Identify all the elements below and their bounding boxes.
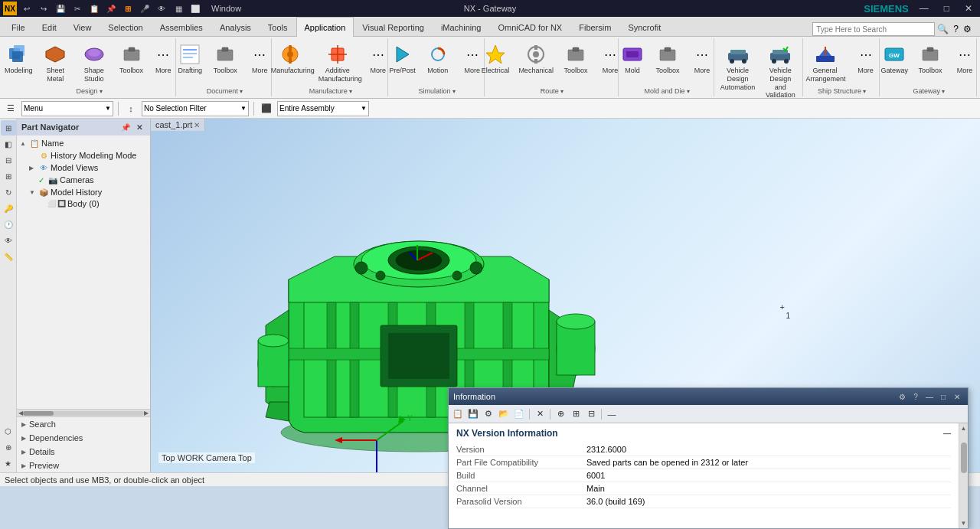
info-tool-open[interactable]: 📂 <box>497 407 511 421</box>
info-tool-save[interactable]: 💾 <box>466 407 480 421</box>
ribbon-btn-mold[interactable]: Mold <box>616 40 649 77</box>
menu-dropdown[interactable]: Menu ▼ <box>21 101 113 116</box>
ribbon-group-ship-label[interactable]: Ship Structure ▾ <box>818 87 866 95</box>
sidebar-icon-snap[interactable]: ⊕ <box>1 439 16 455</box>
nav-scroll-thumb[interactable] <box>23 411 54 416</box>
selection-icon[interactable]: ↕ <box>123 101 139 116</box>
scope-dropdown[interactable]: Entire Assembly ▼ <box>277 101 369 116</box>
info-settings-icon[interactable]: ⚙ <box>896 390 908 403</box>
ribbon-btn-vehicle-validation[interactable]: Vehicle Design and Validation <box>760 40 801 98</box>
nav-scroll-right[interactable]: ▶ <box>144 410 149 416</box>
ribbon-group-route-label[interactable]: Route ▾ <box>541 87 564 95</box>
sidebar-icon-role[interactable]: 🔑 <box>1 201 16 216</box>
info-scroll-thumb[interactable] <box>961 442 967 473</box>
sidebar-icon-hist[interactable]: 🕐 <box>1 217 16 232</box>
info-tool-nav-grid[interactable]: ⊟ <box>584 407 598 421</box>
info-scroll-down[interactable]: ▼ <box>961 518 967 528</box>
tab-file[interactable]: File <box>3 17 34 37</box>
ribbon-btn-general-arrangement[interactable]: General Arrangement <box>802 40 848 86</box>
ribbon-btn-more-gateway[interactable]: ⋯ More <box>949 40 980 77</box>
info-tool-close2[interactable]: ✕ <box>533 407 547 421</box>
ribbon-btn-drafting[interactable]: Drafting <box>173 40 207 77</box>
tree-item-model-views[interactable]: ▶ 👁 Model Views <box>26 162 150 174</box>
nav-close-icon[interactable]: ✕ <box>133 121 145 133</box>
titlebar-undo[interactable]: ↩ <box>20 2 34 15</box>
tab-imachining[interactable]: iMachining <box>433 17 490 37</box>
titlebar-maximize-btn[interactable]: □ <box>939 0 954 17</box>
sidebar-icon-motion[interactable]: ↻ <box>1 184 16 200</box>
sidebar-icon-sel[interactable]: ⬡ <box>1 423 16 439</box>
nav-section-search[interactable]: ▶ Search <box>17 417 150 431</box>
info-tool-minimize2[interactable]: — <box>605 407 619 421</box>
ribbon-btn-more-mold[interactable]: ⋯ More <box>686 40 718 77</box>
tab-omnicad[interactable]: OmniCAD for NX <box>489 17 570 37</box>
ribbon-btn-toolbox-mold[interactable]: Toolbox <box>651 40 684 77</box>
ribbon-btn-additive[interactable]: Additive Manufacturing <box>315 40 361 86</box>
tab-visual-reporting[interactable]: Visual Reporting <box>354 17 433 37</box>
info-tool-copy[interactable]: 📋 <box>451 407 465 421</box>
nav-pin-icon[interactable]: 📌 <box>119 121 132 133</box>
titlebar-minimize-btn[interactable]: — <box>915 0 933 17</box>
titlebar-redo[interactable]: ↪ <box>37 2 51 15</box>
tree-item-model-history[interactable]: ▼ 📦 Model History <box>26 186 150 198</box>
titlebar-mic[interactable]: 🎤 <box>138 2 152 15</box>
titlebar-eye[interactable]: 👁 <box>155 2 168 15</box>
ribbon-btn-shapestudio[interactable]: Shape Studio <box>75 40 113 86</box>
viewport-tab-close[interactable]: ✕ <box>194 121 200 129</box>
sidebar-icon-view[interactable]: 👁 <box>1 233 16 248</box>
tab-syncrofit[interactable]: Syncrofit <box>619 17 669 37</box>
tab-selection[interactable]: Selection <box>100 17 151 37</box>
sidebar-icon-assem[interactable]: ⊟ <box>1 152 16 168</box>
ribbon-group-manufacture-label[interactable]: Manufacture ▾ <box>309 87 352 95</box>
ribbon-btn-motion[interactable]: Motion <box>421 40 455 77</box>
selection-filter-dropdown[interactable]: No Selection Filter ▼ <box>142 101 249 116</box>
ribbon-btn-gateway[interactable]: GW Gateway <box>877 40 912 77</box>
titlebar-paste[interactable]: 📌 <box>104 2 118 15</box>
info-content-minimize[interactable]: — <box>943 429 951 438</box>
ribbon-group-simulation-label[interactable]: Simulation ▾ <box>419 87 456 95</box>
ribbon-group-document-label[interactable]: Document ▾ <box>207 87 243 95</box>
scope-icon[interactable]: ⬛ <box>259 101 274 116</box>
info-tool-nav-home[interactable]: ⊞ <box>569 407 583 421</box>
ribbon-btn-toolbox-doc[interactable]: Toolbox <box>208 40 242 77</box>
tab-tools[interactable]: Tools <box>260 17 296 37</box>
window-menu[interactable]: Window <box>205 2 247 15</box>
search-icon[interactable]: 🔍 <box>935 24 951 34</box>
ribbon-search-input[interactable] <box>812 22 935 36</box>
info-maximize-btn[interactable]: □ <box>937 390 949 403</box>
tab-fibersim[interactable]: Fibersim <box>570 17 619 37</box>
ribbon-btn-manufacturing[interactable]: Manufacturing <box>267 40 313 77</box>
sidebar-icon-constraint[interactable]: ⊞ <box>1 168 16 184</box>
ribbon-btn-toolbox-route[interactable]: Toolbox <box>559 40 593 77</box>
info-scroll-up[interactable]: ▲ <box>961 423 967 433</box>
ribbon-group-design-label[interactable]: Design ▾ <box>76 87 102 95</box>
tab-application[interactable]: Application <box>296 17 354 37</box>
info-tool-nav-prev[interactable]: ⊕ <box>554 407 567 421</box>
sidebar-icon-parts[interactable]: ◧ <box>1 136 16 152</box>
titlebar-layout1[interactable]: ▦ <box>172 2 185 15</box>
ribbon-btn-mechanical[interactable]: Mechanical <box>514 40 557 77</box>
nav-section-details[interactable]: ▶ Details <box>17 445 150 459</box>
info-tool-new[interactable]: 📄 <box>512 407 526 421</box>
titlebar-layout2[interactable]: ⬜ <box>188 2 202 15</box>
tree-item-body[interactable]: ⬜ 🔲 Body (0) <box>35 198 150 209</box>
ribbon-btn-vehicle-automation[interactable]: Vehicle Design Automation <box>717 40 759 93</box>
sidebar-icon-nav[interactable]: ⊞ <box>1 120 16 136</box>
tab-edit[interactable]: Edit <box>34 17 65 37</box>
ribbon-btn-electrical[interactable]: Electrical <box>478 40 514 77</box>
settings-icon[interactable]: ⚙ <box>961 24 974 34</box>
tab-analysis[interactable]: Analysis <box>211 17 260 37</box>
titlebar-snap[interactable]: ⊞ <box>121 2 135 15</box>
ribbon-btn-modeling[interactable]: Modeling <box>2 40 35 77</box>
ribbon-btn-sheetmetal[interactable]: Sheet Metal <box>37 40 74 86</box>
nav-section-dependencies[interactable]: ▶ Dependencies <box>17 431 150 445</box>
help-icon[interactable]: ? <box>951 24 961 34</box>
sidebar-icon-fav[interactable]: ★ <box>1 456 16 471</box>
info-minimize-btn[interactable]: — <box>923 390 936 403</box>
titlebar-copy[interactable]: 📋 <box>87 2 101 15</box>
tree-item-history-mode[interactable]: ⚙ History Modeling Mode <box>26 149 150 162</box>
titlebar-cut[interactable]: ✂ <box>70 2 84 15</box>
info-close-btn[interactable]: ✕ <box>951 390 963 403</box>
ribbon-btn-prepost[interactable]: Pre/Post <box>385 40 420 77</box>
ribbon-btn-toolbox-design[interactable]: Toolbox <box>115 40 149 77</box>
